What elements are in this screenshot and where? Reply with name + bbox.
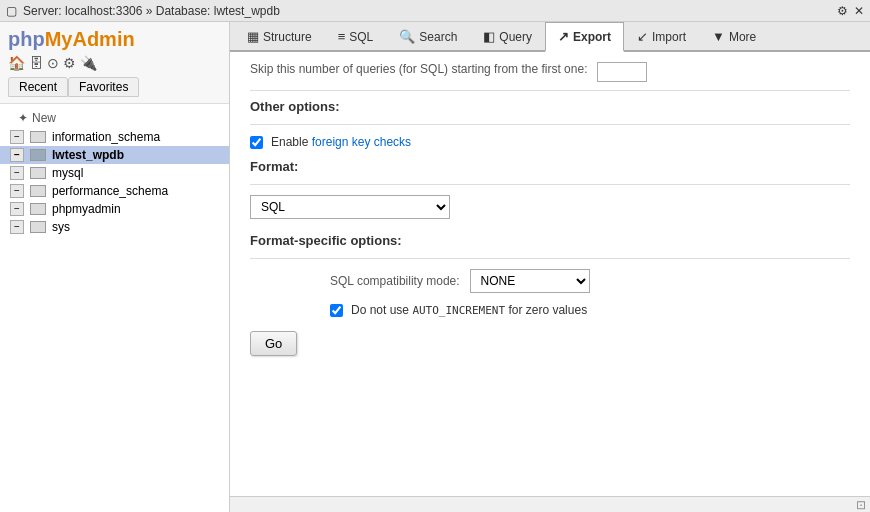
divider-format bbox=[250, 184, 850, 185]
tab-recent[interactable]: Recent bbox=[8, 77, 68, 97]
db-box-icon bbox=[30, 203, 46, 215]
tab-query[interactable]: ◧ Query bbox=[470, 22, 545, 50]
tab-more-label: More bbox=[729, 30, 756, 44]
db-label: mysql bbox=[52, 166, 83, 180]
go-button-area: Go bbox=[250, 331, 850, 356]
db-label: lwtest_wpdb bbox=[52, 148, 124, 162]
tab-structure[interactable]: ▦ Structure bbox=[234, 22, 325, 50]
tab-sql[interactable]: ≡ SQL bbox=[325, 22, 387, 50]
new-icon: ✦ bbox=[18, 111, 28, 125]
search-icon: 🔍 bbox=[399, 29, 415, 44]
sql-icon: ≡ bbox=[338, 29, 346, 44]
tree-item-phpmyadmin[interactable]: − phpmyadmin bbox=[0, 200, 229, 218]
divider-other-options bbox=[250, 124, 850, 125]
tab-query-label: Query bbox=[499, 30, 532, 44]
gear-icon[interactable]: ⚙ bbox=[837, 4, 848, 18]
tab-search-label: Search bbox=[419, 30, 457, 44]
db-box-icon bbox=[30, 131, 46, 143]
foreign-key-link[interactable]: foreign key checks bbox=[312, 135, 411, 149]
db-box-icon bbox=[30, 167, 46, 179]
tab-export[interactable]: ↗ Export bbox=[545, 22, 624, 52]
go-button[interactable]: Go bbox=[250, 331, 297, 356]
format-section: Format: SQL CSV CSV for MS Excel LaTeX O… bbox=[250, 159, 850, 219]
tab-sql-label: SQL bbox=[349, 30, 373, 44]
sidebar-tabs: Recent Favorites bbox=[8, 73, 221, 97]
format-specific-label: Format-specific options: bbox=[250, 233, 850, 248]
pma-logo: phpMyAdmin bbox=[8, 28, 221, 51]
main-layout: phpMyAdmin 🏠 🗄 ⊙ ⚙ 🔌 Recent Favorites ✦ … bbox=[0, 22, 870, 512]
tree-item-sys[interactable]: − sys bbox=[0, 218, 229, 236]
sidebar-header: phpMyAdmin 🏠 🗄 ⊙ ⚙ 🔌 Recent Favorites bbox=[0, 22, 229, 104]
top-bar: ▢ Server: localhost:3306 » Database: lwt… bbox=[0, 0, 870, 22]
query-icon: ◧ bbox=[483, 29, 495, 44]
db-icon[interactable]: 🗄 bbox=[29, 55, 43, 71]
expand-icon[interactable]: − bbox=[10, 202, 24, 216]
skip-input[interactable] bbox=[597, 62, 647, 82]
expand-icon[interactable]: − bbox=[10, 166, 24, 180]
compat-select[interactable]: NONE ANSI DB2 MAXDB MYSQL323 MYSQL40 MSS… bbox=[470, 269, 590, 293]
tab-structure-label: Structure bbox=[263, 30, 312, 44]
db-label: information_schema bbox=[52, 130, 160, 144]
tab-export-label: Export bbox=[573, 30, 611, 44]
expand-icon[interactable]: − bbox=[10, 184, 24, 198]
tree-item-new[interactable]: ✦ New bbox=[0, 108, 229, 128]
db-label: performance_schema bbox=[52, 184, 168, 198]
db-label: phpmyadmin bbox=[52, 202, 121, 216]
foreign-key-checkbox[interactable] bbox=[250, 136, 263, 149]
sidebar: phpMyAdmin 🏠 🗄 ⊙ ⚙ 🔌 Recent Favorites ✦ … bbox=[0, 22, 230, 512]
close-icon[interactable]: ✕ bbox=[854, 4, 864, 18]
skip-text: Skip this number of queries (for SQL) st… bbox=[250, 62, 587, 76]
autoincrement-checkbox[interactable] bbox=[330, 304, 343, 317]
autoincrement-code: AUTO_INCREMENT bbox=[412, 304, 505, 317]
tab-import-label: Import bbox=[652, 30, 686, 44]
other-options-label: Other options: bbox=[250, 99, 850, 114]
other-options-section: Other options: Enable foreign key checks bbox=[250, 99, 850, 149]
scroll-icon[interactable]: ⊡ bbox=[856, 498, 866, 512]
plugin-icon[interactable]: 🔌 bbox=[80, 55, 97, 71]
expand-icon[interactable]: − bbox=[10, 220, 24, 234]
expand-icon[interactable]: − bbox=[10, 148, 24, 162]
tree-item-mysql[interactable]: − mysql bbox=[0, 164, 229, 182]
logo-admin: Admin bbox=[72, 28, 134, 50]
bottom-bar: ⊡ bbox=[230, 496, 870, 512]
more-dropdown-icon: ▼ bbox=[712, 29, 725, 44]
tree-item-information-schema[interactable]: − information_schema bbox=[0, 128, 229, 146]
expand-icon[interactable]: − bbox=[10, 130, 24, 144]
tabs-bar: ▦ Structure ≡ SQL 🔍 Search ◧ Query ↗ Exp… bbox=[230, 22, 870, 52]
tab-more[interactable]: ▼ More bbox=[699, 22, 769, 50]
page-content: Skip this number of queries (for SQL) st… bbox=[230, 52, 870, 496]
autoincrement-row: Do not use AUTO_INCREMENT for zero value… bbox=[330, 303, 850, 317]
tab-import[interactable]: ↙ Import bbox=[624, 22, 699, 50]
tab-search[interactable]: 🔍 Search bbox=[386, 22, 470, 50]
foreign-key-row: Enable foreign key checks bbox=[250, 135, 850, 149]
format-label: Format: bbox=[250, 159, 850, 174]
structure-icon: ▦ bbox=[247, 29, 259, 44]
sidebar-icons: 🏠 🗄 ⊙ ⚙ 🔌 bbox=[8, 51, 221, 73]
db-box-icon bbox=[30, 149, 46, 161]
new-label: New bbox=[32, 111, 56, 125]
logo-php: php bbox=[8, 28, 45, 50]
db-label: sys bbox=[52, 220, 70, 234]
format-specific-section: Format-specific options: SQL compatibili… bbox=[250, 233, 850, 317]
breadcrumb: Server: localhost:3306 » Database: lwtes… bbox=[23, 4, 280, 18]
logo-my: My bbox=[45, 28, 73, 50]
divider-format-specific bbox=[250, 258, 850, 259]
compat-row: SQL compatibility mode: NONE ANSI DB2 MA… bbox=[330, 269, 850, 293]
db-box-icon bbox=[30, 221, 46, 233]
tab-favorites[interactable]: Favorites bbox=[68, 77, 139, 97]
sidebar-tree: ✦ New − information_schema − lwtest_wpdb… bbox=[0, 104, 229, 512]
content-area: ▦ Structure ≡ SQL 🔍 Search ◧ Query ↗ Exp… bbox=[230, 22, 870, 512]
tree-item-lwtest-wpdb[interactable]: − lwtest_wpdb bbox=[0, 146, 229, 164]
tree-item-performance-schema[interactable]: − performance_schema bbox=[0, 182, 229, 200]
db-box-icon bbox=[30, 185, 46, 197]
export-icon: ↗ bbox=[558, 29, 569, 44]
window-icon: ▢ bbox=[6, 4, 17, 18]
format-select[interactable]: SQL CSV CSV for MS Excel LaTeX OpenDocum… bbox=[250, 195, 450, 219]
autoincrement-label: Do not use AUTO_INCREMENT for zero value… bbox=[351, 303, 587, 317]
import-icon: ↙ bbox=[637, 29, 648, 44]
circle-icon[interactable]: ⊙ bbox=[47, 55, 59, 71]
settings-icon[interactable]: ⚙ bbox=[63, 55, 76, 71]
foreign-key-label: Enable foreign key checks bbox=[271, 135, 411, 149]
home-icon[interactable]: 🏠 bbox=[8, 55, 25, 71]
compat-label: SQL compatibility mode: bbox=[330, 274, 460, 288]
